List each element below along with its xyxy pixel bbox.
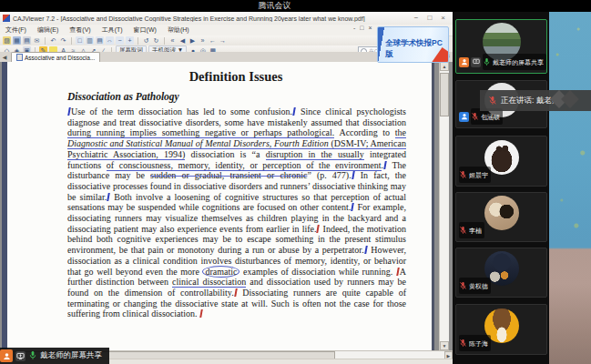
speaking-toast: 正在讲话: 戴老师; — [480, 90, 591, 111]
meeting-title: 腾讯会议 — [0, 0, 549, 12]
text-segment: According to — [334, 127, 394, 137]
document-viewport[interactable]: Definition Issues Dissociation as Pathol… — [0, 62, 453, 350]
screen-share-overlay: 戴老师的屏幕共享 — [0, 348, 109, 364]
mic-muted-icon — [459, 167, 467, 183]
menu-file[interactable]: 文件(F) — [0, 25, 32, 35]
zoom-in-icon[interactable]: + — [126, 36, 134, 45]
email-icon[interactable]: ✉ — [33, 36, 41, 45]
avatar — [484, 196, 519, 230]
mdi-restore-button[interactable]: □ — [360, 25, 363, 31]
cajviewer-window-title: CAJViewer 7.2 - [Associative and Dissoci… — [13, 15, 365, 22]
menu-help[interactable]: 帮助(H) — [162, 25, 195, 35]
menu-edit[interactable]: 编辑(E) — [32, 25, 64, 35]
text-segment: examples of dissociation while running. — [239, 267, 395, 277]
share-overlay-label: 戴老师的屏幕共享 — [40, 350, 102, 361]
zoom-out-icon[interactable]: − — [116, 36, 124, 45]
viewer-close-button[interactable]: × — [441, 12, 445, 25]
participant-tile[interactable]: 黄权德 — [455, 248, 547, 298]
forward-icon[interactable]: → — [219, 36, 227, 45]
cajviewer-titlebar[interactable]: CAJViewer 7.2 - [Associative and Dissoci… — [0, 12, 453, 25]
participant-name: 戴老师的屏幕共享 — [493, 57, 544, 67]
back-icon[interactable]: ← — [209, 36, 217, 45]
rotate-left-icon[interactable]: ↺ — [142, 36, 150, 45]
host-icon — [459, 57, 469, 67]
menu-tools[interactable]: 工具(T) — [97, 25, 128, 35]
text-segment: sudden or gradual, transient or chronic — [150, 170, 307, 180]
menu-view[interactable]: 查看(V) — [64, 25, 96, 35]
mic-muted-icon — [459, 222, 467, 238]
text-segment: clinical dissociation — [172, 277, 246, 288]
mdi-minimize-button[interactable]: - — [353, 25, 355, 31]
last-page-icon[interactable]: » — [199, 36, 207, 45]
cajviewer-app-icon — [3, 15, 10, 22]
toolbar-separator — [71, 37, 72, 45]
annotation-tick — [199, 309, 203, 318]
document-tab-label: Associative and Dissocia... — [25, 55, 95, 61]
cnki-express-banner[interactable]: 全球学术快报PC版 — [377, 26, 449, 63]
toolbar-separator — [45, 37, 46, 45]
participant-tile[interactable]: 姬晨宇 — [455, 136, 547, 187]
text-segment: Diagnostic and Statistical Manual of Men… — [67, 138, 329, 149]
participant-name: 姬晨宇 — [469, 170, 488, 180]
participant-name: 李楠 — [469, 226, 482, 236]
first-page-icon[interactable]: « — [168, 36, 177, 45]
open-icon[interactable]: ▨ — [3, 36, 11, 45]
participant-tile-host[interactable]: 戴老师的屏幕共享 — [455, 19, 547, 74]
single-page-icon[interactable]: □ — [76, 36, 84, 45]
document-tab[interactable]: Associative and Dissocia... — [11, 52, 100, 62]
facing-pages-icon[interactable]: ▥ — [86, 36, 94, 45]
scroll-down-button[interactable]: ▼ — [440, 341, 449, 350]
host-icon — [0, 349, 13, 362]
participant-name: 包涵硕 — [481, 112, 500, 122]
scroll-up-button[interactable]: ▲ — [440, 62, 449, 71]
participant-tile[interactable]: 陈子海 — [455, 304, 547, 355]
text-segment: Use of the term dissociation has led to … — [71, 106, 292, 116]
participant-name: 黄权德 — [469, 281, 488, 291]
viewer-minimize-button[interactable]: − — [414, 12, 419, 25]
mic-on-icon — [28, 348, 37, 364]
undo-icon[interactable]: ↶ — [49, 36, 57, 45]
text-segment: dramatic — [202, 266, 239, 278]
text-segment: disruption in the usually — [266, 149, 364, 160]
document-paragraph: Use of the term dissociation has led to … — [67, 106, 406, 319]
meeting-titlebar: 腾讯会议 — [0, 0, 591, 12]
vertical-scrollbar-thumb[interactable] — [440, 73, 449, 116]
text-segment: dissociation is “a — [185, 149, 265, 159]
prev-page-icon[interactable]: ◀ — [178, 36, 187, 45]
mic-muted-icon — [488, 93, 497, 109]
pdf-page: Definition Issues Dissociation as Pathol… — [7, 62, 434, 350]
page-subheading: Dissociation as Pathology — [67, 91, 404, 102]
tab-scroll-left-button[interactable]: ◀ — [0, 53, 9, 62]
meeting-sidebar: — □ ✕ 戴老师的屏幕共享 — [453, 0, 591, 364]
page-heading: Definition Issues — [67, 69, 404, 85]
rotate-right-icon[interactable]: ↻ — [152, 36, 160, 45]
mic-muted-icon — [459, 278, 467, 294]
next-page-icon[interactable]: ▶ — [189, 36, 197, 45]
print-icon[interactable]: ▤ — [23, 36, 31, 45]
document-icon — [16, 54, 23, 61]
toolbar-separator — [138, 37, 138, 45]
text-segment: of consciousness, memory, identity, or p… — [107, 160, 382, 171]
cajviewer-window: CAJViewer 7.2 - [Associative and Dissoci… — [0, 12, 453, 364]
continuous-icon[interactable]: ▤ — [96, 36, 104, 45]
redo-icon[interactable]: ↷ — [59, 36, 67, 45]
screen-share-icon — [15, 351, 25, 361]
save-icon[interactable]: ▦ — [13, 36, 21, 45]
mic-muted-icon — [459, 335, 467, 351]
fit-width-icon[interactable]: ⇔ — [106, 36, 114, 45]
member-icon — [459, 112, 469, 122]
text-segment: the — [395, 127, 406, 138]
participant-tile[interactable]: 李楠 — [455, 192, 547, 242]
viewer-restore-button[interactable]: □ — [427, 12, 432, 25]
participant-name: 陈子海 — [469, 339, 488, 349]
toolbar-separator — [164, 37, 165, 45]
text-segment: ” (p. 477). — [307, 170, 351, 180]
mic-muted-icon — [471, 108, 479, 125]
mdi-close-button[interactable]: × — [369, 25, 372, 31]
screen-share-icon — [471, 57, 481, 67]
vertical-scrollbar[interactable]: ▲ ▼ — [439, 62, 449, 350]
menu-window[interactable]: 窗口(W) — [128, 25, 162, 35]
text-segment: during running implies something negativ… — [67, 127, 334, 138]
mic-on-icon — [483, 54, 491, 70]
cropped-participant-video[interactable] — [549, 0, 591, 364]
